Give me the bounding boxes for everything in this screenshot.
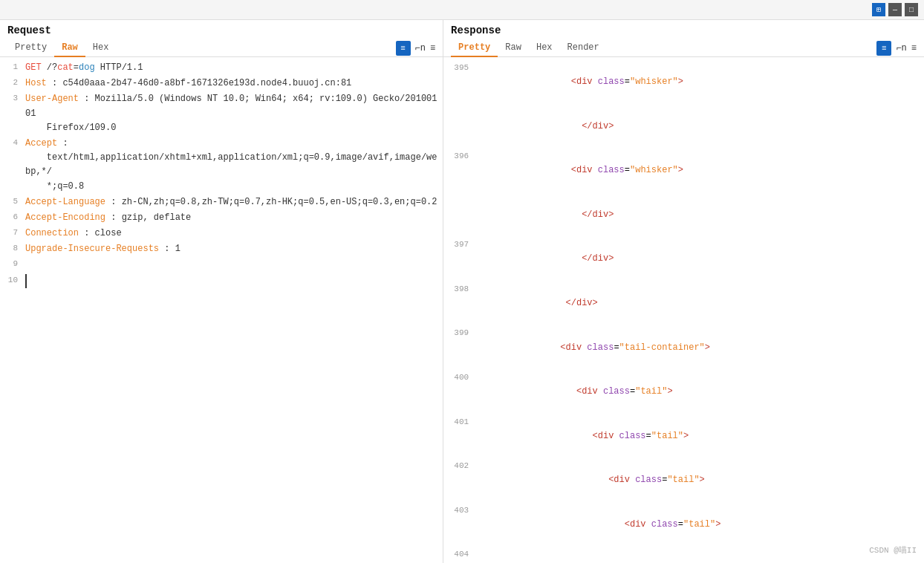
tab-render-response[interactable]: Render <box>560 39 607 57</box>
request-line-7: 7 Connection : close <box>0 226 443 241</box>
request-line-4: 4 Accept : text/html,application/xhtml+x… <box>0 136 443 195</box>
request-panel: Request Pretty Raw Hex ≡ ⌐n ≡ 1 GET /?ca… <box>0 20 443 563</box>
request-tabs-right: ≡ ⌐n ≡ <box>396 41 436 56</box>
response-panel: Response Pretty Raw Hex Render ≡ ⌐n ≡ 39… <box>443 20 924 563</box>
request-line-5: 5 Accept-Language : zh-CN,zh;q=0.8,zh-TW… <box>0 195 443 210</box>
request-lines: 1 GET /?cat=dog HTTP/1.1 2 Host : c54d0a… <box>0 57 443 292</box>
resp-line-400: 400 <div class="tail"> <box>443 370 924 414</box>
request-title: Request <box>0 20 443 36</box>
watermark: CSDN @喵II <box>869 544 917 556</box>
request-wrap-text[interactable]: ⌐n <box>415 43 426 53</box>
resp-line-403: 403 <div class="tail"> <box>443 503 924 547</box>
request-line-9: 9 <box>0 257 443 273</box>
maximize-icon[interactable]: □ <box>905 3 918 16</box>
resp-line-396b: </div> <box>443 193 924 238</box>
resp-line-395a: 395 <div class="whisker"> <box>443 60 924 105</box>
response-tabs: Pretty Raw Hex Render ≡ ⌐n ≡ <box>443 36 924 57</box>
tab-hex-response[interactable]: Hex <box>529 39 560 57</box>
tab-pretty-response[interactable]: Pretty <box>451 39 498 57</box>
resp-line-398: 398 </div> <box>443 282 924 326</box>
tab-pretty-request[interactable]: Pretty <box>7 39 54 57</box>
split-view-icon[interactable]: ⊞ <box>872 3 885 16</box>
request-tabs: Pretty Raw Hex ≡ ⌐n ≡ <box>0 36 443 57</box>
main-layout: Request Pretty Raw Hex ≡ ⌐n ≡ 1 GET /?ca… <box>0 20 924 563</box>
minimize-icon[interactable]: — <box>888 3 902 16</box>
request-line-8: 8 Upgrade-Insecure-Requests : 1 <box>0 241 443 257</box>
request-line-3: 3 User-Agent : Mozilla/5.0 (Windows NT 1… <box>0 91 443 136</box>
tab-raw-response[interactable]: Raw <box>498 39 529 57</box>
request-line-1: 1 GET /?cat=dog HTTP/1.1 <box>0 60 443 76</box>
response-lines: 395 <div class="whisker"> </div> 396 <box>443 57 924 563</box>
resp-line-397: 397 </div> <box>443 237 924 282</box>
resp-line-402: 402 <div class="tail"> <box>443 458 924 503</box>
response-menu-icon[interactable]: ≡ <box>911 43 917 53</box>
response-wrap-text[interactable]: ⌐n <box>896 43 906 53</box>
response-tabs-right: ≡ ⌐n ≡ <box>876 41 917 56</box>
request-content[interactable]: 1 GET /?cat=dog HTTP/1.1 2 Host : c54d0a… <box>0 57 443 563</box>
resp-line-404: 404 <div class="tail"> <box>443 547 924 563</box>
request-line-6: 6 Accept-Encoding : gzip, deflate <box>0 210 443 226</box>
request-copy-icon[interactable]: ≡ <box>396 41 411 56</box>
top-toolbar: ⊞ — □ <box>0 0 924 20</box>
resp-line-395b: </div> <box>443 105 924 149</box>
tab-raw-request[interactable]: Raw <box>54 39 85 57</box>
resp-line-399: 399 <div class="tail-container"> <box>443 325 924 370</box>
tab-hex-request[interactable]: Hex <box>85 39 117 57</box>
resp-line-401: 401 <div class="tail"> <box>443 414 924 459</box>
request-line-2: 2 Host : c54d0aaa-2b47-46d0-a8bf-1671326… <box>0 76 443 91</box>
request-line-10: 10 <box>0 273 443 289</box>
response-copy-icon[interactable]: ≡ <box>876 41 891 56</box>
request-menu-icon[interactable]: ≡ <box>430 43 435 53</box>
resp-line-396a: 396 <div class="whisker"> <box>443 149 924 193</box>
response-content[interactable]: 395 <div class="whisker"> </div> 396 <box>443 57 924 563</box>
response-title: Response <box>443 20 924 36</box>
